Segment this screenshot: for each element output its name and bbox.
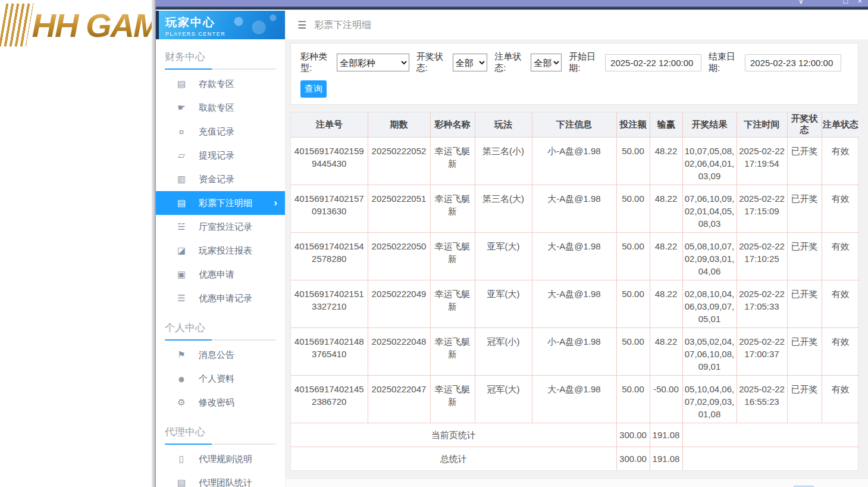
site-logo[interactable]: HH GAME: [2, 4, 152, 46]
bet-status-select[interactable]: 全部: [531, 54, 562, 71]
sidebar-item-label: 彩票下注明细: [199, 198, 252, 209]
summary-bet-total: 300.00: [616, 423, 650, 447]
close-icon[interactable]: ×: [857, 0, 862, 5]
table-cell: 幸运飞艇新: [430, 327, 475, 375]
sidebar-item-lottery-bets[interactable]: ▤彩票下注明细›: [156, 191, 285, 215]
table-cell: 20250222049: [368, 280, 430, 327]
lottery-type-select[interactable]: 全部彩种: [337, 54, 409, 71]
table-cell: 幸运飞艇新: [430, 280, 475, 327]
sidebar-item-funds-record[interactable]: ▥资金记录: [156, 167, 285, 191]
table-cell: 大-A盘@1.98: [532, 375, 616, 423]
sidebar-item-withdrawal-record[interactable]: ▱提现记录: [156, 143, 285, 167]
person-icon: ☻: [176, 374, 187, 384]
table-cell: 已开奖: [787, 137, 822, 185]
table-cell: 05,08,10,07,02,09,03,01,04,06: [682, 232, 737, 280]
pagination-bar: 每页显示20条 共6条 首页 上一页 1 下一页 第 页 跳转: [286, 478, 868, 487]
sidebar-item-password[interactable]: ⚙修改密码: [156, 391, 285, 414]
table-cell: 10,07,05,08,02,06,04,01,03,09: [682, 137, 737, 185]
section-title: 个人中心: [156, 310, 285, 339]
table-cell: 有效: [822, 185, 859, 232]
table-cell: 大-A盘@1.98: [532, 280, 616, 327]
table-cell: 401569174021542578280: [291, 232, 368, 280]
bets-table: 注单号期数彩种名称玩法下注信息投注额输赢开奖结果下注时间开奖状态注单状态 401…: [291, 113, 859, 470]
sidebar-item-agent-team[interactable]: ▤代理团队统计: [156, 471, 285, 487]
table-cell: 亚军(大): [475, 232, 532, 280]
sidebar-item-label: 取款专区: [199, 102, 234, 114]
summary-label: 总统计: [291, 447, 616, 470]
withdraw-hand-icon: ☛: [176, 102, 187, 113]
table-cell: 50.00: [616, 327, 650, 375]
table-cell: 2025-02-22 17:05:33: [737, 280, 787, 327]
table-cell: 小-A盘@1.98: [532, 327, 616, 375]
wallet-icon: ▱: [176, 150, 187, 161]
lottery-type-label: 彩种类型:: [300, 51, 334, 74]
moneybag-icon: ¤: [176, 127, 187, 137]
window-titlebar: ∨□×: [156, 0, 868, 7]
table-cell: 2025-02-22 16:55:23: [737, 375, 787, 423]
report-chart-icon: ◪: [176, 245, 187, 256]
bet-detail-icon: ▤: [176, 198, 187, 208]
table-row: 40156917402145238672020250222047幸运飞艇新冠军(…: [291, 375, 859, 423]
table-cell: 50.00: [616, 375, 650, 423]
table-cell: 02,08,10,04,06,03,09,07,05,01: [682, 280, 737, 327]
chevron-down-icon[interactable]: ∨: [798, 0, 804, 5]
table-cell: 有效: [822, 327, 859, 375]
hamburger-menu-icon[interactable]: ☰: [297, 19, 306, 32]
sidebar-item-hall-bets[interactable]: ☱厅室投注记录: [156, 215, 285, 239]
gear-icon: ⚙: [176, 397, 187, 408]
table-cell: 50.00: [616, 280, 650, 327]
sidebar-title: 玩家中心: [165, 15, 285, 30]
column-header: 下注时间: [737, 113, 787, 137]
start-date-input[interactable]: [605, 54, 701, 71]
table-cell: 20250222048: [368, 327, 430, 375]
sidebar-item-withdraw[interactable]: ☛取款专区: [156, 96, 285, 120]
table-cell: 幸运飞艇新: [430, 232, 475, 280]
sidebar-item-deposit[interactable]: ▤存款专区: [156, 72, 285, 96]
chevron-right-icon: ›: [274, 197, 277, 209]
main-header: ☰ 彩票下注明细: [286, 11, 868, 39]
table-cell: 50.00: [616, 137, 650, 185]
table-header-row: 注单号期数彩种名称玩法下注信息投注额输赢开奖结果下注时间开奖状态注单状态: [291, 113, 859, 137]
document-icon: ▯: [176, 454, 187, 464]
table-cell: 2025-02-22 17:10:25: [737, 232, 787, 280]
bell-icon: ⚑: [176, 349, 187, 360]
sidebar-item-agent-rules[interactable]: ▯代理规则说明: [156, 447, 285, 471]
filter-panel: 彩种类型: 全部彩种 开奖状态: 全部 注单状态: 全部 开始日期: 结束日期:…: [290, 43, 858, 105]
sidebar-item-profile[interactable]: ☻个人资料: [156, 367, 285, 391]
sidebar-item-player-report[interactable]: ◪玩家投注报表: [156, 239, 285, 263]
sidebar-item-label: 资金记录: [199, 174, 234, 185]
table-cell: 48.22: [650, 280, 682, 327]
table-cell: 冠军(小): [475, 327, 532, 375]
start-date-label: 开始日期:: [569, 51, 603, 74]
table-cell: 07,06,10,09,02,01,04,05,08,03: [682, 185, 737, 232]
table-cell: 20250222050: [368, 232, 430, 280]
sidebar-item-messages[interactable]: ⚑消息公告: [156, 343, 285, 367]
sidebar-item-label: 代理规则说明: [199, 454, 252, 465]
table-cell: 已开奖: [787, 185, 822, 232]
section-divider: [165, 339, 276, 341]
table-cell: 小-A盘@1.98: [532, 137, 616, 185]
list-record-icon: ☱: [176, 221, 187, 232]
sidebar-subtitle: PLAYERS CENTER: [165, 31, 285, 37]
end-date-input[interactable]: [745, 54, 841, 71]
draw-status-select[interactable]: 全部: [453, 54, 488, 71]
deposit-card-icon: ▤: [176, 79, 187, 89]
table-cell: 冠军(大): [475, 375, 532, 423]
table-cell: 48.22: [650, 232, 682, 280]
bets-table-wrap: 注单号期数彩种名称玩法下注信息投注额输赢开奖结果下注时间开奖状态注单状态 401…: [290, 112, 858, 471]
column-header: 投注额: [616, 113, 650, 137]
sidebar-item-promo-record[interactable]: ☰优惠申请记录: [156, 286, 285, 310]
table-cell: 401569174021570913630: [291, 185, 368, 232]
summary-empty: [682, 447, 859, 470]
maximize-icon[interactable]: □: [843, 0, 848, 5]
logo-text: HH GAME: [32, 6, 152, 45]
column-header: 开奖状态: [787, 113, 822, 137]
table-cell: 50.00: [616, 185, 650, 232]
search-button[interactable]: 查询: [300, 80, 327, 98]
table-cell: 有效: [822, 375, 859, 423]
table-cell: 有效: [822, 232, 859, 280]
sidebar-item-recharge-record[interactable]: ¤充值记录: [156, 120, 285, 143]
summary-winloss-total: 191.08: [650, 423, 682, 447]
sidebar-item-promo-apply[interactable]: ▣优惠申请: [156, 263, 285, 286]
sidebar-nav: 财务中心▤存款专区☛取款专区¤充值记录▱提现记录▥资金记录▤彩票下注明细›☱厅室…: [156, 39, 285, 487]
